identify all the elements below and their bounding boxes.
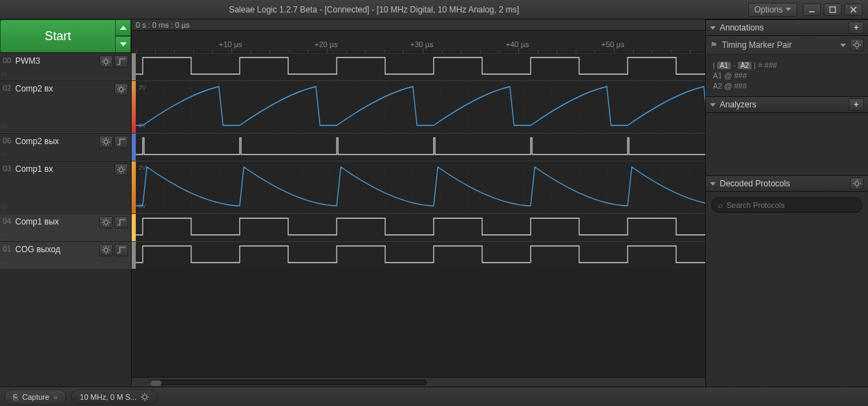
svg-line-40: [118, 172, 119, 173]
marker-diff-line: | A1 - A2 | = ###: [713, 61, 861, 69]
svg-line-58: [103, 252, 104, 253]
capture-label: Capture: [22, 393, 49, 401]
channel-row[interactable]: 00 PWM3 ፧፧፧: [0, 53, 131, 80]
drag-grip-icon[interactable]: ፧፧፧: [1, 204, 8, 211]
svg-line-11: [103, 59, 104, 60]
channel-row[interactable]: 02 Comp2 вх ፧፧፧: [0, 80, 131, 133]
svg-line-23: [123, 87, 124, 87]
channel-trigger-button[interactable]: [114, 55, 128, 68]
bottom-bar: ⎘ Capture » 10 MHz, 0 M S...: [0, 387, 868, 406]
waveform-lane[interactable]: [132, 53, 705, 80]
svg-line-38: [118, 167, 119, 168]
channel-settings-button[interactable]: [114, 83, 128, 96]
options-button[interactable]: Options: [748, 3, 797, 17]
ruler-tick: +40 µs: [506, 40, 529, 48]
channel-trigger-button[interactable]: [114, 216, 128, 229]
drag-grip-icon[interactable]: ፧፧፧: [1, 260, 8, 267]
horizontal-scrollbar[interactable]: [132, 377, 705, 387]
decoded-title: Decoded Protocols: [720, 179, 850, 188]
channel-name: PWM3: [15, 53, 99, 66]
channel-row[interactable]: 03 Comp1 вх ፧፧፧: [0, 161, 131, 213]
svg-line-120: [147, 394, 148, 395]
svg-line-57: [108, 252, 109, 253]
channel-trigger-button[interactable]: [114, 244, 128, 256]
waveform-lane[interactable]: [132, 133, 705, 161]
svg-line-56: [103, 247, 104, 248]
timing-marker-row[interactable]: ⚑ Timing Marker Pair: [706, 36, 868, 55]
svg-line-13: [103, 64, 104, 64]
scrollbar-thumb[interactable]: [150, 380, 161, 386]
protocol-search-input[interactable]: [727, 201, 856, 209]
channel-settings-button[interactable]: [99, 136, 113, 148]
channel-row[interactable]: 06 Comp2 вых ፧፧፧: [0, 133, 131, 161]
svg-line-59: [108, 247, 109, 248]
add-annotation-button[interactable]: +: [849, 21, 864, 34]
channel-index: 06: [0, 134, 15, 145]
svg-line-49: [103, 224, 104, 225]
waveform-lane[interactable]: 2V0V: [132, 161, 705, 213]
channel-settings-button[interactable]: [99, 244, 113, 256]
svg-point-112: [143, 395, 147, 399]
svg-line-20: [118, 87, 119, 87]
svg-line-32: [108, 139, 109, 140]
chevron-down-icon: [710, 182, 716, 186]
maximize-button[interactable]: [824, 3, 842, 16]
drag-grip-icon[interactable]: ፧፧፧: [1, 71, 8, 78]
svg-point-33: [119, 168, 123, 172]
svg-line-48: [108, 224, 109, 225]
analyzers-header[interactable]: Analyzers +: [706, 96, 868, 113]
channel-name: Comp1 вых: [15, 214, 99, 227]
titlebar: Saleae Logic 1.2.7 Beta - [Connected] - …: [0, 0, 868, 19]
svg-line-50: [108, 220, 109, 220]
ruler-tick: +10 µs: [219, 40, 242, 48]
svg-point-15: [119, 87, 123, 91]
options-label: Options: [754, 5, 783, 15]
channel-row[interactable]: 01 COG выход ፧፧፧: [0, 241, 131, 269]
decoded-settings-button[interactable]: [850, 177, 864, 190]
channel-name: Comp2 вых: [15, 134, 99, 146]
close-button[interactable]: [844, 3, 862, 16]
channel-index: 02: [0, 81, 15, 92]
channel-settings-button[interactable]: [114, 164, 128, 176]
svg-line-21: [123, 91, 124, 92]
channel-settings-button[interactable]: [99, 55, 113, 68]
svg-line-41: [123, 167, 124, 168]
capture-settings-tab[interactable]: 10 MHz, 0 M S...: [71, 389, 158, 405]
start-up-button[interactable]: [116, 19, 131, 36]
svg-line-39: [123, 172, 124, 173]
right-panel: Annotations + ⚑ Timing Marker Pair | A1 …: [705, 19, 868, 387]
channel-trigger-button[interactable]: [114, 136, 128, 148]
svg-rect-1: [830, 7, 835, 12]
add-analyzer-button[interactable]: +: [849, 98, 864, 111]
drag-grip-icon[interactable]: ፧፧፧: [1, 232, 8, 239]
start-down-button[interactable]: [116, 36, 131, 53]
svg-line-14: [108, 59, 109, 60]
channel-row[interactable]: 04 Comp1 вых ፧፧፧: [0, 213, 131, 241]
minimize-button[interactable]: [803, 3, 821, 16]
svg-point-51: [104, 248, 108, 252]
capture-tab[interactable]: ⎘ Capture »: [4, 389, 67, 405]
channel-settings-button[interactable]: [99, 216, 113, 229]
ruler-tick: +30 µs: [410, 40, 434, 48]
channel-name: COG выход: [15, 242, 99, 254]
drag-grip-icon[interactable]: ፧፧፧: [1, 124, 8, 131]
start-button[interactable]: Start: [0, 19, 116, 53]
analyzers-title: Analyzers: [720, 100, 849, 109]
annotations-header[interactable]: Annotations +: [706, 19, 868, 36]
marker-flag-icon: ⚑: [710, 40, 718, 50]
waveform-lane[interactable]: [132, 213, 705, 241]
decoded-header[interactable]: Decoded Protocols: [706, 175, 868, 192]
marker-settings-button[interactable]: [850, 39, 864, 51]
waveform-lane[interactable]: 3V2V: [132, 80, 705, 133]
svg-line-31: [103, 144, 104, 145]
marker-a2-line: A2 @ ###: [713, 82, 861, 90]
channel-index: 04: [0, 214, 15, 225]
channel-name: Comp1 вх: [15, 161, 114, 174]
time-ruler[interactable]: +10 µs+20 µs+30 µs+40 µs+50 µs: [132, 30, 705, 53]
waveform-lane[interactable]: [132, 241, 705, 269]
svg-line-47: [103, 220, 104, 220]
marker-a1-line: A1 @ ###: [713, 71, 861, 80]
drag-grip-icon[interactable]: ፧፧፧: [1, 152, 8, 159]
protocol-search[interactable]: ⌕: [711, 197, 862, 213]
waveform-area[interactable]: 0 s : 0 ms : 0 µs +10 µs+20 µs+30 µs+40 …: [132, 19, 705, 387]
